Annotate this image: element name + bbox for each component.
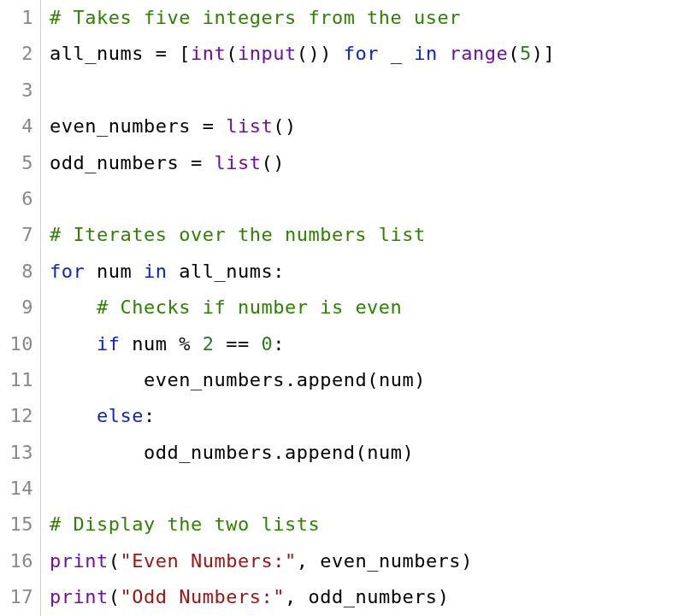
token-op (85, 261, 97, 282)
token-punc: ) (438, 586, 450, 607)
token-punc: ) (461, 550, 473, 572)
line-number: 2 (0, 36, 33, 72)
token-ident: num (379, 369, 414, 390)
token-punc: ( (226, 43, 238, 64)
token-punc: ( (508, 43, 520, 64)
token-op (132, 261, 144, 282)
token-punc: , (297, 550, 309, 572)
token-ident: append (297, 369, 367, 390)
code-line[interactable]: for num in all_nums: (50, 254, 684, 290)
line-number: 12 (0, 398, 33, 434)
token-builtin: list (226, 115, 273, 137)
token-punc: ) (320, 43, 332, 64)
token-ident: even_numbers (144, 369, 285, 390)
token-builtin: print (50, 550, 109, 572)
token-keyword: in (144, 261, 168, 282)
line-number: 13 (0, 435, 33, 471)
token-comment: # Display the two lists (50, 513, 320, 535)
token-number: 0 (261, 333, 273, 355)
token-op (308, 550, 320, 572)
token-number: 5 (520, 43, 532, 64)
line-number: 14 (0, 471, 33, 507)
code-line[interactable]: odd_numbers.append(num) (50, 435, 684, 471)
line-number: 16 (0, 543, 33, 579)
token-op (167, 43, 179, 64)
code-line[interactable]: # Checks if number is even (50, 290, 684, 326)
code-line[interactable] (50, 181, 684, 217)
line-number: 9 (0, 290, 33, 326)
code-line[interactable]: # Takes five integers from the user (50, 0, 684, 36)
token-comment: # Iterates over the numbers list (50, 224, 426, 245)
line-number: 17 (0, 579, 33, 615)
token-ident: odd_numbers (50, 152, 179, 173)
token-op (214, 115, 226, 137)
code-line[interactable]: odd_numbers = list() (50, 145, 684, 181)
token-punc: : (144, 405, 156, 426)
code-line[interactable] (50, 471, 684, 507)
line-number: 1 (0, 0, 33, 36)
line-number: 7 (0, 217, 33, 253)
token-ident: odd_numbers (308, 586, 437, 607)
code-line[interactable]: if num % 2 == 0: (50, 326, 684, 362)
token-op (120, 333, 132, 355)
token-punc: . (285, 369, 297, 390)
token-op (379, 43, 391, 64)
line-number: 4 (0, 109, 33, 144)
token-op (144, 43, 156, 64)
token-op (191, 333, 203, 355)
token-op: = (156, 43, 168, 64)
code-line[interactable]: all_nums = [int(input()) for _ in range(… (50, 36, 684, 72)
code-line[interactable]: even_numbers.append(num) (50, 362, 684, 398)
token-punc: ) (532, 43, 544, 64)
code-line[interactable]: print("Odd Numbers:", odd_numbers) (50, 579, 684, 615)
token-punc: () (273, 115, 297, 137)
token-op (250, 333, 262, 355)
line-number: 11 (0, 362, 33, 398)
line-number: 10 (0, 326, 33, 362)
token-keyword: in (414, 43, 438, 64)
token-op (402, 43, 414, 64)
token-op: = (203, 115, 215, 137)
token-op (297, 586, 309, 607)
token-string: "Even Numbers:" (120, 550, 296, 572)
token-builtin: print (50, 586, 109, 607)
code-line[interactable]: else: (50, 398, 684, 434)
token-ident: all_nums (179, 261, 273, 282)
code-line[interactable]: # Display the two lists (50, 507, 684, 543)
token-keyword: else (97, 405, 144, 426)
token-op (50, 405, 97, 426)
token-op (332, 43, 344, 64)
token-op (438, 43, 450, 64)
token-punc: [ (179, 43, 191, 64)
token-builtin: input (238, 43, 297, 64)
line-number: 15 (0, 507, 33, 543)
code-editor[interactable]: 1234567891011121314151617 # Takes five i… (0, 0, 684, 616)
token-builtin: list (214, 152, 261, 173)
token-op (179, 152, 191, 173)
token-op (167, 333, 179, 355)
token-ident: even_numbers (320, 550, 461, 572)
token-comment: # Checks if number is even (97, 296, 402, 318)
token-punc: ( (355, 442, 367, 463)
token-op (214, 333, 226, 355)
token-punc: . (273, 442, 285, 463)
token-ident: all_nums (50, 43, 144, 64)
token-op (50, 296, 97, 318)
token-punc: ( (367, 369, 379, 390)
token-ident: num (367, 442, 402, 463)
token-punc: ( (109, 586, 121, 607)
token-builtin: int (191, 43, 226, 64)
code-line[interactable] (50, 73, 684, 109)
code-area[interactable]: # Takes five integers from the userall_n… (41, 0, 684, 616)
token-punc: : (273, 261, 285, 282)
code-line[interactable]: print("Even Numbers:", even_numbers) (50, 543, 684, 579)
token-keyword: for (344, 43, 379, 64)
code-line[interactable]: even_numbers = list() (50, 109, 684, 144)
token-ident: append (285, 442, 355, 463)
token-punc: , (285, 586, 297, 607)
line-number: 5 (0, 145, 33, 181)
code-line[interactable]: # Iterates over the numbers list (50, 217, 684, 253)
token-ident: _ (391, 43, 403, 64)
token-number: 2 (203, 333, 215, 355)
token-string: "Odd Numbers:" (120, 586, 284, 607)
